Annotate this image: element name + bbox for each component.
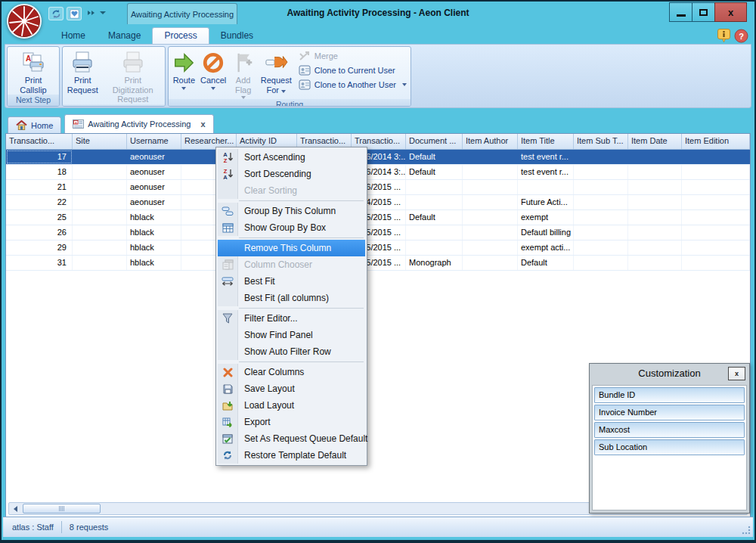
- menu-item-filter-editor[interactable]: Filter Editor...: [218, 310, 365, 327]
- cell-item-author: [463, 256, 518, 270]
- cell-item-date: [628, 240, 682, 255]
- menu-item-load-layout[interactable]: Load Layout: [218, 397, 365, 414]
- column-header-item-sub-title[interactable]: Item Sub T...: [574, 134, 628, 149]
- ribbon-tab-process[interactable]: Process: [152, 27, 209, 44]
- customization-title: Customization: [590, 364, 749, 379]
- merge-label: Merge: [314, 51, 338, 61]
- column-header-username[interactable]: Username: [127, 134, 181, 149]
- merge-button: Merge: [299, 51, 407, 61]
- menu-item-save-layout[interactable]: Save Layout: [218, 380, 365, 397]
- route-dropdown-icon[interactable]: [181, 87, 186, 90]
- pin-info-icon[interactable]: [717, 28, 731, 44]
- window-bottom-border: [2, 540, 754, 541]
- cell-item-date: [628, 195, 682, 209]
- cell-item-sub-title: [574, 195, 628, 209]
- print-request-button[interactable]: Print Request: [64, 48, 101, 95]
- resize-grip[interactable]: [742, 526, 751, 535]
- table-row[interactable]: 26 hblack 5/15/2015 ... Defautl billing: [6, 225, 750, 240]
- customization-header[interactable]: Customization x: [590, 364, 749, 383]
- menu-item-clear-columns[interactable]: Clear Columns: [218, 364, 365, 380]
- menu-item-restore-template-default[interactable]: Restore Template Default: [218, 447, 365, 464]
- menu-item-show-auto-filter-row[interactable]: Show Auto Filter Row: [218, 343, 365, 360]
- print-request-label: Print Request: [65, 76, 100, 95]
- svg-text:A: A: [26, 54, 31, 63]
- menu-item-set-as-request-queue-default[interactable]: Set As Request Queue Default: [218, 430, 365, 447]
- table-row[interactable]: 22 aeonuser 5/14/2015 ... Future Acti...: [6, 195, 750, 210]
- print-callslip-button[interactable]: A Print Callslip: [9, 48, 57, 95]
- hidden-column-sub-location[interactable]: Sub Location: [594, 439, 745, 455]
- column-header-item-author[interactable]: Item Author: [463, 134, 518, 149]
- cell-site: [73, 165, 127, 179]
- menu-item-show-group-by-box[interactable]: Show Group By Box: [218, 219, 365, 236]
- clone-to-another-user-button[interactable]: Clone to Another User: [299, 79, 407, 90]
- cell-item-date: [628, 210, 682, 225]
- menu-item-sort-descending[interactable]: ZA Sort Descending: [218, 166, 365, 182]
- table-row[interactable]: 21 aeonuser 5/26/2015 ...: [6, 180, 750, 195]
- cell-transaction-number: 17: [6, 150, 73, 164]
- cell-username: hblack: [127, 210, 181, 225]
- column-header-item-title[interactable]: Item Title: [518, 134, 574, 149]
- menu-item-show-find-panel[interactable]: Show Find Panel: [218, 327, 365, 343]
- tab-close-icon[interactable]: x: [200, 119, 205, 129]
- cell-item-sub-title: [574, 225, 628, 240]
- table-row[interactable]: 25 hblack 5/15/2015 ... Default exempt: [6, 210, 750, 225]
- minimize-button[interactable]: [669, 2, 692, 22]
- menu-item-group-by-this-column[interactable]: Group By This Column: [218, 203, 365, 219]
- ribbon: A Print Callslip Next Step: [5, 44, 751, 108]
- cell-item-title: [518, 180, 574, 194]
- cancel-dropdown-icon[interactable]: [211, 87, 215, 90]
- cell-transaction-number: 26: [6, 225, 73, 240]
- cell-item-sub-title: [574, 165, 628, 179]
- table-row[interactable]: 18 aeonuser 6/16/2014 3:... Default test…: [6, 165, 750, 180]
- scrollbar-thumb[interactable]: [23, 504, 101, 514]
- clear-columns-icon: [218, 364, 238, 380]
- column-header-document[interactable]: Document ...: [406, 134, 463, 149]
- route-button[interactable]: Route: [169, 48, 199, 90]
- hidden-column-invoice-number[interactable]: Invoice Number: [594, 405, 745, 420]
- hidden-column-bundle-id[interactable]: Bundle ID: [594, 387, 745, 403]
- window-title: Awaiting Activity Processing - Aeon Clie…: [2, 8, 754, 18]
- help-icon[interactable]: ?: [734, 29, 748, 43]
- doc-tab-awaiting-activity-processing[interactable]: A Awaiting Activity Processing x: [64, 114, 213, 133]
- column-header-item-date[interactable]: Item Date: [628, 134, 682, 149]
- clone-another-user-icon: [299, 79, 311, 90]
- menu-item-remove-this-column[interactable]: Remove This Column: [218, 240, 365, 256]
- doc-tab-home[interactable]: Home: [8, 116, 61, 133]
- clone-to-another-user-dropdown-icon[interactable]: [402, 83, 407, 86]
- column-header-item-edition[interactable]: Item Edition: [682, 134, 750, 149]
- cell-site: [73, 180, 127, 194]
- menu-item-sort-ascending[interactable]: AZ Sort Ascending: [218, 149, 365, 166]
- customization-close-button[interactable]: x: [728, 367, 745, 380]
- menu-item-best-fit[interactable]: Best Fit: [218, 273, 365, 290]
- ribbon-tab-manage[interactable]: Manage: [97, 28, 152, 44]
- cell-document-type: Monograph: [406, 256, 463, 270]
- menu-item-export[interactable]: Export: [218, 414, 365, 430]
- table-row[interactable]: 17 aeonuser 6/16/2014 3:... Default test…: [6, 150, 750, 165]
- request-for-button[interactable]: Request For: [259, 48, 294, 95]
- clone-to-current-user-button[interactable]: Clone to Current User: [299, 65, 407, 76]
- home-icon: [16, 120, 27, 130]
- table-row[interactable]: 31 hblack 5/15/2015 ... Monograph Defaul…: [6, 256, 750, 271]
- cell-item-edition: [682, 240, 750, 255]
- filter-icon: [218, 310, 238, 327]
- maximize-button[interactable]: [692, 2, 715, 22]
- aeon-logo-icon[interactable]: [6, 3, 42, 39]
- cancel-button[interactable]: Cancel: [199, 48, 228, 90]
- column-header-site[interactable]: Site: [73, 134, 127, 149]
- table-row[interactable]: 29 hblack 5/15/2015 ... exempt acti...: [6, 240, 750, 256]
- svg-text:?: ?: [739, 32, 744, 41]
- ribbon-tab-bundles[interactable]: Bundles: [209, 28, 265, 44]
- request-for-dropdown-icon[interactable]: [281, 90, 286, 93]
- menu-item-best-fit-all-columns[interactable]: Best Fit (all columns): [218, 290, 365, 306]
- hidden-column-maxcost[interactable]: Maxcost: [594, 422, 745, 438]
- column-header-transaction[interactable]: Transactio...: [6, 134, 73, 149]
- cell-transaction-number: 18: [6, 165, 73, 179]
- best-fit-icon: [218, 273, 238, 290]
- menu-item-label: Restore Template Default: [238, 450, 346, 461]
- group-label-routing: Routing: [169, 99, 411, 107]
- cell-item-title: Default: [518, 256, 574, 270]
- ribbon-tab-home[interactable]: Home: [50, 28, 97, 44]
- scroll-left-arrow-icon[interactable]: [11, 504, 20, 513]
- request-for-text: Request For: [261, 76, 292, 95]
- close-button[interactable]: x: [714, 2, 747, 22]
